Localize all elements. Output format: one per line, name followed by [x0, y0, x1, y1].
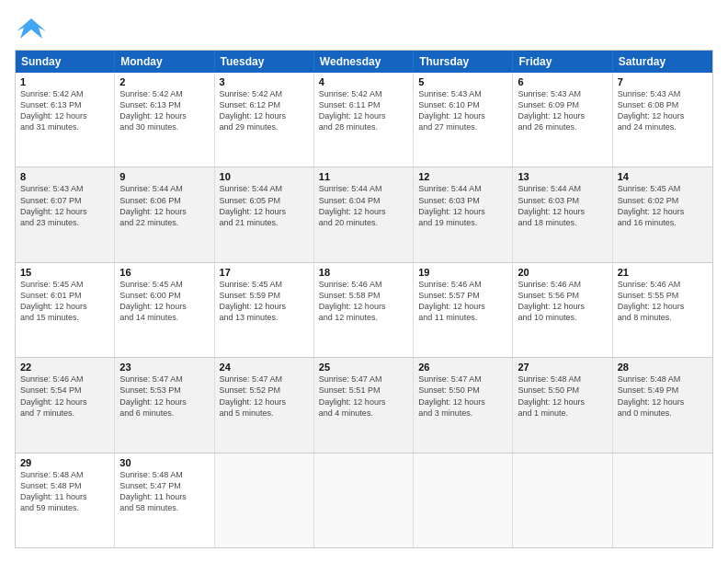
- day-number: 29: [20, 457, 109, 468]
- calendar-day-2: 2Sunrise: 5:42 AM Sunset: 6:13 PM Daylig…: [115, 73, 214, 167]
- day-number: 12: [418, 171, 507, 182]
- calendar-day-20: 20Sunrise: 5:46 AM Sunset: 5:56 PM Dayli…: [513, 263, 612, 357]
- day-info: Sunrise: 5:44 AM Sunset: 6:05 PM Dayligh…: [220, 183, 309, 228]
- day-info: Sunrise: 5:47 AM Sunset: 5:53 PM Dayligh…: [119, 373, 209, 419]
- calendar-day-21: 21Sunrise: 5:46 AM Sunset: 5:55 PM Dayli…: [613, 263, 712, 357]
- day-number: 8: [20, 171, 109, 182]
- calendar-week-2: 8Sunrise: 5:43 AM Sunset: 6:07 PM Daylig…: [16, 167, 712, 262]
- header-day-sunday: Sunday: [16, 51, 115, 73]
- day-info: Sunrise: 5:44 AM Sunset: 6:06 PM Dayligh…: [119, 183, 209, 228]
- calendar-day-23: 23Sunrise: 5:47 AM Sunset: 5:53 PM Dayli…: [115, 358, 214, 452]
- day-info: Sunrise: 5:48 AM Sunset: 5:47 PM Dayligh…: [119, 469, 209, 514]
- calendar-day-25: 25Sunrise: 5:47 AM Sunset: 5:51 PM Dayli…: [314, 358, 414, 452]
- header-day-friday: Friday: [513, 51, 612, 73]
- logo-icon: [15, 15, 48, 40]
- calendar-day-15: 15Sunrise: 5:45 AM Sunset: 6:01 PM Dayli…: [16, 263, 115, 357]
- header: [15, 15, 713, 40]
- calendar-day-18: 18Sunrise: 5:46 AM Sunset: 5:58 PM Dayli…: [314, 263, 414, 357]
- day-number: 20: [518, 267, 607, 278]
- day-info: Sunrise: 5:46 AM Sunset: 5:54 PM Dayligh…: [20, 373, 109, 419]
- day-number: 13: [518, 171, 607, 182]
- day-info: Sunrise: 5:45 AM Sunset: 5:59 PM Dayligh…: [220, 279, 309, 324]
- day-number: 28: [618, 362, 708, 373]
- calendar-day-3: 3Sunrise: 5:42 AM Sunset: 6:12 PM Daylig…: [215, 73, 314, 167]
- day-info: Sunrise: 5:43 AM Sunset: 6:08 PM Dayligh…: [618, 88, 708, 133]
- calendar-week-5: 29Sunrise: 5:48 AM Sunset: 5:48 PM Dayli…: [16, 454, 712, 547]
- day-info: Sunrise: 5:42 AM Sunset: 6:13 PM Dayligh…: [20, 88, 109, 133]
- day-number: 11: [319, 171, 408, 182]
- calendar-day-empty-5: [513, 454, 612, 547]
- day-info: Sunrise: 5:45 AM Sunset: 6:00 PM Dayligh…: [119, 279, 209, 324]
- day-number: 7: [618, 76, 708, 87]
- calendar-day-empty-4: [414, 454, 513, 547]
- day-info: Sunrise: 5:48 AM Sunset: 5:49 PM Dayligh…: [618, 373, 708, 419]
- day-number: 2: [119, 76, 209, 87]
- calendar-day-empty-6: [613, 454, 712, 547]
- calendar-day-empty-3: [314, 454, 414, 547]
- calendar-week-1: 1Sunrise: 5:42 AM Sunset: 6:13 PM Daylig…: [16, 73, 712, 167]
- calendar-day-6: 6Sunrise: 5:43 AM Sunset: 6:09 PM Daylig…: [513, 73, 612, 167]
- calendar-day-11: 11Sunrise: 5:44 AM Sunset: 6:04 PM Dayli…: [314, 167, 414, 261]
- calendar-day-12: 12Sunrise: 5:44 AM Sunset: 6:03 PM Dayli…: [414, 167, 513, 261]
- svg-marker-0: [17, 18, 46, 39]
- day-info: Sunrise: 5:47 AM Sunset: 5:50 PM Dayligh…: [418, 373, 507, 419]
- day-number: 15: [20, 267, 109, 278]
- day-info: Sunrise: 5:44 AM Sunset: 6:03 PM Dayligh…: [418, 183, 507, 228]
- calendar-day-13: 13Sunrise: 5:44 AM Sunset: 6:03 PM Dayli…: [513, 167, 612, 261]
- header-day-thursday: Thursday: [414, 51, 513, 73]
- day-info: Sunrise: 5:43 AM Sunset: 6:10 PM Dayligh…: [418, 88, 507, 133]
- day-number: 26: [418, 362, 507, 373]
- header-day-saturday: Saturday: [613, 51, 712, 73]
- calendar-day-27: 27Sunrise: 5:48 AM Sunset: 5:50 PM Dayli…: [513, 358, 612, 452]
- day-number: 4: [319, 76, 408, 87]
- day-info: Sunrise: 5:45 AM Sunset: 6:01 PM Dayligh…: [20, 279, 109, 324]
- day-number: 22: [20, 362, 109, 373]
- calendar-day-4: 4Sunrise: 5:42 AM Sunset: 6:11 PM Daylig…: [314, 73, 414, 167]
- calendar-header: SundayMondayTuesdayWednesdayThursdayFrid…: [16, 51, 712, 73]
- day-info: Sunrise: 5:46 AM Sunset: 5:57 PM Dayligh…: [418, 279, 507, 324]
- day-number: 19: [418, 267, 507, 278]
- day-number: 21: [618, 267, 708, 278]
- day-number: 23: [119, 362, 209, 373]
- calendar-week-3: 15Sunrise: 5:45 AM Sunset: 6:01 PM Dayli…: [16, 263, 712, 358]
- day-number: 3: [220, 76, 309, 87]
- day-number: 9: [119, 171, 209, 182]
- calendar-day-19: 19Sunrise: 5:46 AM Sunset: 5:57 PM Dayli…: [414, 263, 513, 357]
- day-number: 6: [518, 76, 607, 87]
- calendar-day-9: 9Sunrise: 5:44 AM Sunset: 6:06 PM Daylig…: [115, 167, 214, 261]
- day-info: Sunrise: 5:42 AM Sunset: 6:12 PM Dayligh…: [220, 88, 309, 133]
- calendar-day-30: 30Sunrise: 5:48 AM Sunset: 5:47 PM Dayli…: [115, 454, 214, 547]
- calendar-week-4: 22Sunrise: 5:46 AM Sunset: 5:54 PM Dayli…: [16, 358, 712, 453]
- day-number: 16: [119, 267, 209, 278]
- day-number: 18: [319, 267, 408, 278]
- day-info: Sunrise: 5:46 AM Sunset: 5:55 PM Dayligh…: [618, 279, 708, 324]
- day-info: Sunrise: 5:42 AM Sunset: 6:11 PM Dayligh…: [319, 88, 408, 133]
- calendar-day-22: 22Sunrise: 5:46 AM Sunset: 5:54 PM Dayli…: [16, 358, 115, 452]
- day-number: 5: [418, 76, 507, 87]
- calendar-day-7: 7Sunrise: 5:43 AM Sunset: 6:08 PM Daylig…: [613, 73, 712, 167]
- calendar-day-14: 14Sunrise: 5:45 AM Sunset: 6:02 PM Dayli…: [613, 167, 712, 261]
- day-number: 10: [220, 171, 309, 182]
- day-info: Sunrise: 5:46 AM Sunset: 5:58 PM Dayligh…: [319, 279, 408, 324]
- day-number: 25: [319, 362, 408, 373]
- calendar-day-17: 17Sunrise: 5:45 AM Sunset: 5:59 PM Dayli…: [215, 263, 314, 357]
- day-number: 30: [119, 457, 209, 468]
- day-number: 27: [518, 362, 607, 373]
- day-info: Sunrise: 5:48 AM Sunset: 5:50 PM Dayligh…: [518, 373, 607, 419]
- day-info: Sunrise: 5:42 AM Sunset: 6:13 PM Dayligh…: [119, 88, 209, 133]
- calendar-day-28: 28Sunrise: 5:48 AM Sunset: 5:49 PM Dayli…: [613, 358, 712, 452]
- day-number: 24: [220, 362, 309, 373]
- day-number: 17: [220, 267, 309, 278]
- day-info: Sunrise: 5:47 AM Sunset: 5:51 PM Dayligh…: [319, 373, 408, 419]
- day-info: Sunrise: 5:44 AM Sunset: 6:04 PM Dayligh…: [319, 183, 408, 228]
- calendar-day-29: 29Sunrise: 5:48 AM Sunset: 5:48 PM Dayli…: [16, 454, 115, 547]
- day-number: 14: [618, 171, 708, 182]
- day-info: Sunrise: 5:45 AM Sunset: 6:02 PM Dayligh…: [618, 183, 708, 228]
- header-day-wednesday: Wednesday: [314, 51, 414, 73]
- calendar-day-16: 16Sunrise: 5:45 AM Sunset: 6:00 PM Dayli…: [115, 263, 214, 357]
- day-number: 1: [20, 76, 109, 87]
- calendar-day-1: 1Sunrise: 5:42 AM Sunset: 6:13 PM Daylig…: [16, 73, 115, 167]
- day-info: Sunrise: 5:43 AM Sunset: 6:07 PM Dayligh…: [20, 183, 109, 228]
- calendar-day-24: 24Sunrise: 5:47 AM Sunset: 5:52 PM Dayli…: [215, 358, 314, 452]
- day-info: Sunrise: 5:47 AM Sunset: 5:52 PM Dayligh…: [220, 373, 309, 419]
